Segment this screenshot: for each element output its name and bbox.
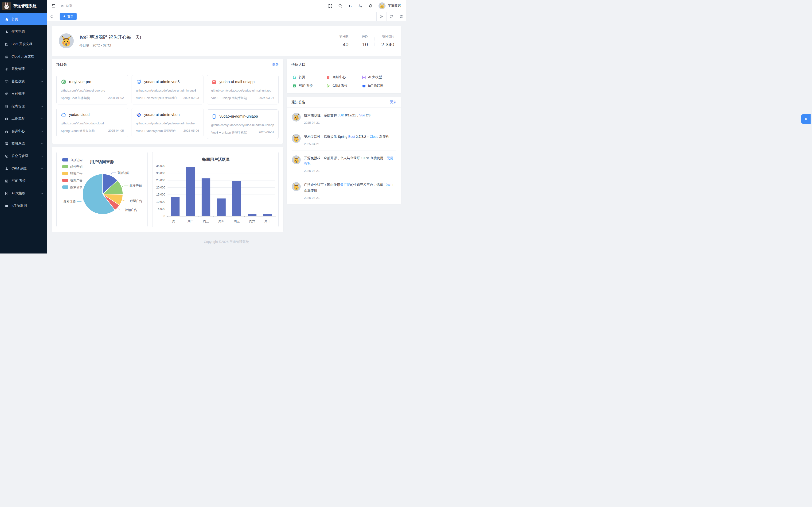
chevron-down-icon xyxy=(41,142,44,145)
chevron-down-icon xyxy=(41,105,44,108)
notice-item-2[interactable]: 开源免授权：全部开源，个人与企业可 100% 直接使用，无需授权2025-04-… xyxy=(292,151,396,177)
sidebar-item-15[interactable]: IoT 物联网 xyxy=(0,200,47,212)
stat-value: 40 xyxy=(339,42,348,48)
sidebar-item-7[interactable]: 报表管理 xyxy=(0,101,47,112)
sidebar-item-label: CRM 系统 xyxy=(11,166,27,171)
breadcrumb-label: 首页 xyxy=(66,4,72,8)
project-card-yudao-ui-admin-uniapp[interactable]: yudao-ui-admin-uniappgithub.com/yudaocod… xyxy=(207,109,278,139)
menu-fold-icon[interactable] xyxy=(51,3,56,8)
bag-icon xyxy=(211,79,217,85)
quick-entry-label: CRM 系统 xyxy=(333,84,348,88)
notice-item-3[interactable]: 广泛企业认可：国内使用最广泛的快速开发平台，远超 10w++ 企业使用2025-… xyxy=(292,177,396,204)
sidebar-item-label: 系统管理 xyxy=(11,67,25,71)
shop-icon xyxy=(5,142,9,146)
pie-chart: 用户访问来源直接访问邮件营销联盟广告视频广告搜索引擎直接访问邮件营销联盟广告视频… xyxy=(57,154,147,226)
sidebar-item-8[interactable]: 工作流程 xyxy=(0,113,47,125)
notice-date: 2025-04-21 xyxy=(304,196,396,200)
project-card-ruoyi-vue-pro[interactable]: ruoyi-vue-progithub.com/YunaiV/ruoyi-vue… xyxy=(56,75,128,105)
sidebar-item-1[interactable]: 作者动态 xyxy=(0,26,47,38)
breadcrumb[interactable]: 首页 xyxy=(61,4,72,8)
q-erp-icon xyxy=(292,84,297,88)
stat-divider xyxy=(374,36,375,46)
notices-more-link[interactable]: 更多 xyxy=(390,100,397,104)
pie-chart-panel: 用户访问来源直接访问邮件营销联盟广告视频广告搜索引擎直接访问邮件营销联盟广告视频… xyxy=(56,152,148,227)
sidebar-item-10[interactable]: 商城系统 xyxy=(0,138,47,150)
sidebar-item-4[interactable]: 系统管理 xyxy=(0,63,47,75)
notices-header: 通知公告 更多 xyxy=(287,97,401,108)
welcome-greeting: 你好 芋道源码 祝你开心每一天! xyxy=(80,34,141,40)
svg-text:视频广告: 视频广告 xyxy=(125,208,137,212)
quick-entry-label: ERP 系统 xyxy=(299,84,313,88)
sidebar-item-0[interactable]: 首页 xyxy=(0,13,47,25)
quick-entry-4[interactable]: CRM 系统 xyxy=(326,84,362,88)
notice-item-0[interactable]: 技术兼容性：系统支持 JDK 8/17/21，Vue 2/32025-04-21 xyxy=(292,108,396,129)
sidebar: 芋道管理系统 首页作者动态Boot 开发文档Cloud 开发文档系统管理基础设施… xyxy=(0,0,47,253)
project-card-yudao-ui-admin-vben[interactable]: yudao-ui-admin-vbengithub.com/yudaocode/… xyxy=(132,108,203,137)
q-home-icon xyxy=(292,75,297,79)
sidebar-item-9[interactable]: 会员中心 xyxy=(0,125,47,137)
docs-icon xyxy=(5,55,9,59)
sidebar-item-label: Boot 开发文档 xyxy=(11,42,33,46)
project-url: github.com/yudaocode/yudao-ui-mall-uniap… xyxy=(211,88,274,93)
notice-title: 架构灵活性：后端提供 Spring Boot 2.7/3.2 + Cloud 双… xyxy=(304,134,389,139)
pie-icon xyxy=(5,105,9,108)
notice-avatar-icon xyxy=(292,113,301,122)
q-mall-icon xyxy=(326,75,331,79)
user-menu[interactable]: 芋道源码 xyxy=(378,2,401,9)
svg-text:用户访问来源: 用户访问来源 xyxy=(90,159,114,164)
sidebar-item-11[interactable]: 公众号管理 xyxy=(0,150,47,162)
project-name: yudao-ui-admin-uniapp xyxy=(219,114,258,119)
sidebar-item-5[interactable]: 基础设施 xyxy=(0,75,47,87)
page-content: 你好 芋道源码 祝你开心每一天! 今日晴，20℃ - 32℃! 项目数40待办1… xyxy=(47,21,406,253)
notice-item-1[interactable]: 架构灵活性：后端提供 Spring Boot 2.7/3.2 + Cloud 双… xyxy=(292,129,396,151)
search-icon[interactable] xyxy=(338,4,343,8)
stat-label: 项目数 xyxy=(339,34,348,39)
quick-entry-5[interactable]: IoT 物联网 xyxy=(362,84,396,88)
quick-entry-label: AI 大模型 xyxy=(368,75,382,79)
font-size-icon[interactable]: TT xyxy=(348,4,353,8)
tabs-scroll-left-button[interactable] xyxy=(47,12,57,21)
doc-icon xyxy=(5,42,9,46)
chevron-down-icon xyxy=(41,205,44,208)
quick-entry-header: 快捷入口 xyxy=(287,59,401,70)
sidebar-item-12[interactable]: CRM 系统 xyxy=(0,163,47,174)
welcome-texts: 你好 芋道源码 祝你开心每一天! 今日晴，20℃ - 32℃! xyxy=(80,34,141,48)
project-card-yudao-ui-admin-vue3[interactable]: yudao-ui-admin-vue3github.com/yudaocode/… xyxy=(132,75,203,105)
sidebar-item-14[interactable]: AIAI 大模型 xyxy=(0,187,47,199)
svg-text:每周用户活跃量: 每周用户活跃量 xyxy=(202,157,230,162)
quick-entry-1[interactable]: 商城中心 xyxy=(326,75,362,79)
project-desc: Vue3 + uniapp 管理手机端 xyxy=(211,130,247,135)
project-card-yudao-ui-mall-uniapp[interactable]: yudao-ui-mall-uniappgithub.com/yudaocode… xyxy=(207,75,278,105)
home-icon xyxy=(5,17,9,21)
fullscreen-icon[interactable] xyxy=(328,4,333,8)
bell-icon[interactable] xyxy=(368,4,373,8)
sidebar-item-3[interactable]: Cloud 开发文档 xyxy=(0,51,47,62)
quick-entry-0[interactable]: 首页 xyxy=(292,75,326,79)
project-date: 2025-05-06 xyxy=(184,129,199,133)
chevron-down-icon xyxy=(41,117,44,120)
spring-icon xyxy=(61,79,66,85)
projects-more-link[interactable]: 更多 xyxy=(272,62,278,67)
project-desc: Spring Cloud 微服务架构 xyxy=(61,129,95,133)
notice-date: 2025-04-21 xyxy=(304,169,396,172)
locale-icon[interactable]: 文A xyxy=(358,4,363,8)
quick-entry-label: IoT 物联网 xyxy=(368,84,384,88)
sidebar-item-6[interactable]: 支付管理 xyxy=(0,88,47,100)
tab-refresh-button[interactable] xyxy=(386,12,396,21)
sidebar-item-13[interactable]: ERP 系统 xyxy=(0,175,47,187)
quick-entry-2[interactable]: AIAI 大模型 xyxy=(362,75,396,79)
project-name: yudao-cloud xyxy=(69,113,90,117)
tab-home[interactable]: 首页 xyxy=(60,13,77,20)
tabs-scroll-right-button[interactable] xyxy=(376,12,386,21)
sidebar-item-label: Cloud 开发文档 xyxy=(11,54,34,59)
project-head: yudao-ui-admin-vben xyxy=(136,112,199,118)
phone-icon xyxy=(211,114,217,119)
stat-0: 项目数40 xyxy=(339,34,348,48)
quick-entry-3[interactable]: ERP 系统 xyxy=(292,84,326,88)
notice-list: 技术兼容性：系统支持 JDK 8/17/21，Vue 2/32025-04-21… xyxy=(287,108,401,204)
sidebar-item-2[interactable]: Boot 开发文档 xyxy=(0,38,47,50)
project-card-yudao-cloud[interactable]: yudao-cloudgithub.com/YunaiV/yudao-cloud… xyxy=(56,108,128,137)
projects-title: 项目数 xyxy=(56,62,67,67)
tab-options-button[interactable] xyxy=(396,12,406,21)
chevron-down-icon xyxy=(41,180,44,183)
